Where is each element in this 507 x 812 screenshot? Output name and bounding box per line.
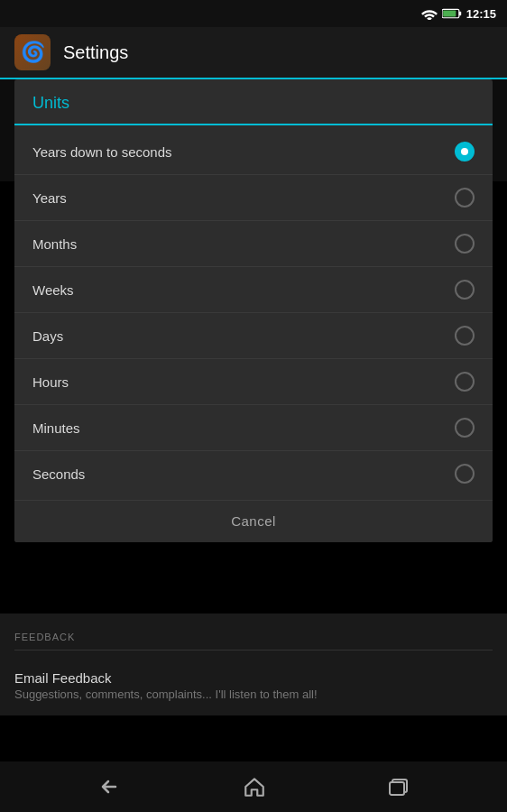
radio-btn-4 xyxy=(455,326,475,346)
dialog-header: Units xyxy=(14,79,493,125)
option-months[interactable]: Months xyxy=(14,221,493,267)
app-icon: 🌀 xyxy=(14,34,51,70)
option-seconds[interactable]: Seconds xyxy=(14,451,493,496)
radio-btn-5 xyxy=(455,372,475,392)
wifi-icon xyxy=(421,7,438,20)
dialog-options: Years down to seconds Years Months Weeks… xyxy=(14,125,493,500)
radio-btn-1 xyxy=(455,188,475,208)
cancel-label: Cancel xyxy=(231,513,276,529)
battery-icon xyxy=(442,8,462,19)
app-bar: 🌀 Settings xyxy=(0,27,507,79)
dialog-overlay: Units Years down to seconds Years Months… xyxy=(0,79,507,542)
option-label-6: Minutes xyxy=(32,420,80,436)
feedback-section-header: FEEDBACK xyxy=(0,614,507,656)
svg-rect-2 xyxy=(443,10,456,16)
radio-btn-0 xyxy=(455,142,475,161)
option-label-5: Hours xyxy=(32,374,69,390)
radio-btn-2 xyxy=(455,234,475,254)
option-days[interactable]: Days xyxy=(14,313,493,359)
option-years[interactable]: Years xyxy=(14,175,493,221)
svg-rect-1 xyxy=(459,12,461,16)
option-label-4: Days xyxy=(32,328,63,344)
option-label-1: Years xyxy=(32,190,67,206)
email-feedback-title: Email Feedback xyxy=(14,670,493,686)
dialog-title: Units xyxy=(32,94,69,112)
home-button[interactable] xyxy=(243,775,266,798)
option-years-down-to-seconds[interactable]: Years down to seconds xyxy=(14,129,493,175)
back-button[interactable] xyxy=(97,777,121,797)
recents-button[interactable] xyxy=(388,777,410,797)
feedback-section: FEEDBACK Email Feedback Suggestions, com… xyxy=(0,614,507,715)
option-weeks[interactable]: Weeks xyxy=(14,267,493,313)
status-icons: 12:15 xyxy=(421,7,496,21)
status-time: 12:15 xyxy=(466,7,496,21)
nav-bar xyxy=(0,761,507,812)
units-dialog: Units Years down to seconds Years Months… xyxy=(14,79,493,542)
email-feedback-subtitle: Suggestions, comments, complaints... I'l… xyxy=(14,687,493,701)
cancel-button[interactable]: Cancel xyxy=(14,500,493,542)
email-feedback-item[interactable]: Email Feedback Suggestions, comments, co… xyxy=(0,656,507,715)
option-label-7: Seconds xyxy=(32,466,85,482)
option-label-2: Months xyxy=(32,236,77,252)
option-minutes[interactable]: Minutes xyxy=(14,405,493,451)
option-label-0: Years down to seconds xyxy=(32,144,172,160)
app-title: Settings xyxy=(63,42,128,63)
radio-btn-3 xyxy=(455,280,475,300)
status-bar: 12:15 xyxy=(0,0,507,27)
svg-rect-4 xyxy=(390,782,404,795)
feedback-section-label: FEEDBACK xyxy=(14,632,75,642)
radio-btn-6 xyxy=(455,418,475,438)
option-hours[interactable]: Hours xyxy=(14,359,493,405)
radio-btn-7 xyxy=(455,464,475,484)
option-label-3: Weeks xyxy=(32,282,74,298)
feedback-divider xyxy=(14,650,493,651)
